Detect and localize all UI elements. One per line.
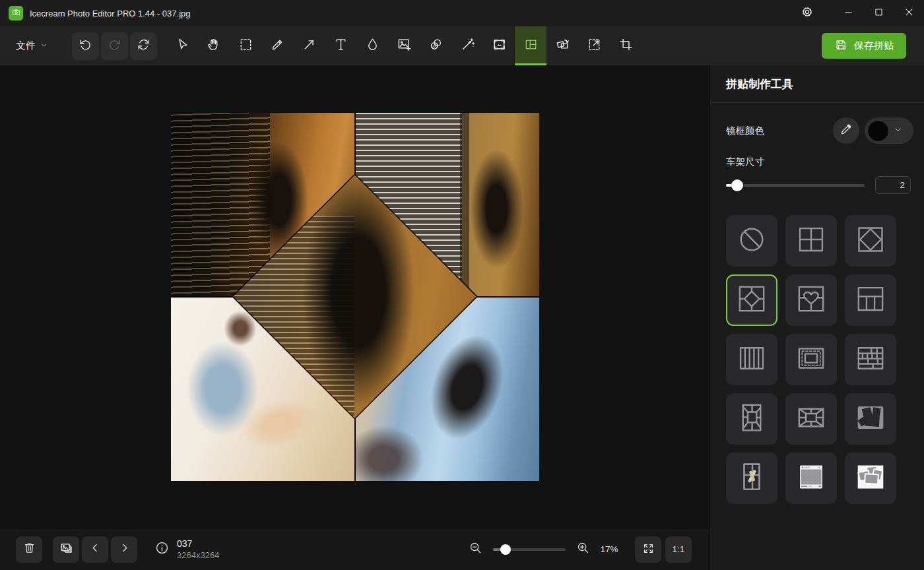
template-diamond-icon	[851, 220, 890, 261]
template-grid-2x2-icon	[792, 220, 830, 261]
zoom-out-icon	[469, 541, 482, 557]
maximize-button[interactable]	[863, 0, 894, 26]
close-icon	[904, 7, 915, 20]
template-top-three-columns-icon	[851, 280, 890, 321]
tool-add-image[interactable]	[388, 26, 420, 65]
template-heart-icon	[792, 280, 830, 321]
tool-wand[interactable]	[451, 26, 483, 65]
reset-button[interactable]	[130, 32, 157, 60]
tool-frame[interactable]	[483, 26, 515, 65]
tool-text[interactable]	[325, 26, 356, 65]
template-grid-2x2[interactable]	[785, 215, 837, 267]
wand-icon	[460, 37, 475, 55]
tool-crop[interactable]	[610, 26, 642, 65]
file-name: 037	[177, 538, 219, 549]
minimize-icon	[843, 7, 854, 20]
status-bar: 037 3264x3264 17% 1:1	[0, 528, 710, 570]
tool-collage-selected[interactable]	[515, 26, 546, 65]
zoom-slider-thumb[interactable]	[500, 544, 511, 555]
template-polaroid-stack[interactable]	[845, 453, 896, 504]
file-menu[interactable]: 文件	[0, 26, 57, 65]
crop-icon	[618, 37, 634, 55]
frame-icon	[492, 37, 507, 55]
fullscreen-icon	[642, 542, 655, 557]
template-diamond-center[interactable]	[726, 274, 777, 326]
template-filmstrip[interactable]	[785, 334, 837, 385]
previous-image-button[interactable]	[82, 536, 108, 563]
pencil-icon	[270, 37, 285, 55]
tool-arrow[interactable]	[293, 26, 325, 65]
gallery-button[interactable]	[53, 536, 79, 563]
template-diamond-center-icon	[733, 280, 771, 321]
arrow-icon	[302, 37, 317, 55]
next-image-button[interactable]	[111, 536, 137, 563]
redo-button	[101, 32, 128, 60]
template-scattered-photos[interactable]	[845, 393, 896, 445]
undo-button[interactable]	[72, 32, 99, 60]
template-none[interactable]	[726, 215, 777, 267]
template-social-post-frame[interactable]	[785, 453, 837, 504]
resize-icon	[587, 37, 602, 55]
frame-size-slider[interactable]	[726, 179, 865, 191]
template-bricks[interactable]	[845, 334, 896, 385]
zoom-percentage: 17%	[598, 544, 620, 554]
template-shattered-frame-icon	[733, 398, 771, 439]
tool-hand[interactable]	[198, 26, 230, 65]
collage-canvas[interactable]	[171, 113, 539, 481]
template-grid	[726, 215, 924, 504]
window-title: Icecream Photo Editor PRO 1.44 - 037.jpg	[30, 9, 191, 18]
template-social-post-frame-icon	[792, 458, 830, 499]
image-info-button[interactable]	[154, 540, 170, 558]
template-heart[interactable]	[785, 274, 837, 326]
tool-filters[interactable]	[420, 26, 451, 65]
template-vertical-stripes[interactable]	[726, 334, 777, 385]
frame-size-slider-track[interactable]	[726, 184, 865, 187]
tool-droplet[interactable]	[356, 26, 388, 65]
settings-button[interactable]	[792, 0, 822, 26]
actual-size-button[interactable]: 1:1	[665, 536, 692, 563]
template-perspective-frame-icon	[792, 398, 830, 439]
template-perspective-frame[interactable]	[785, 393, 837, 445]
droplet-icon	[365, 37, 380, 55]
template-window-cross[interactable]	[726, 453, 777, 504]
eyedropper-button[interactable]	[833, 117, 859, 144]
rotate-icon	[555, 37, 570, 55]
minimize-button[interactable]	[833, 0, 863, 26]
zoom-slider[interactable]	[493, 544, 566, 555]
template-none-icon	[733, 220, 771, 261]
collage-tool-panel: 拼贴制作工具 镜框颜色 车架尺寸 2	[710, 65, 924, 570]
delete-image-button[interactable]	[16, 536, 42, 563]
fit-to-screen-button[interactable]	[635, 536, 661, 563]
add-image-icon	[397, 37, 412, 55]
zoom-out-button[interactable]	[469, 541, 482, 557]
tool-pointer[interactable]	[166, 26, 198, 65]
template-bricks-icon	[851, 339, 890, 380]
tool-rotate[interactable]	[546, 26, 578, 65]
template-diamond[interactable]	[845, 215, 896, 267]
app-window: Icecream Photo Editor PRO 1.44 - 037.jpg…	[0, 0, 924, 570]
template-top-three-columns[interactable]	[845, 274, 896, 326]
zoom-in-button[interactable]	[576, 541, 590, 557]
tool-select[interactable]	[230, 26, 261, 65]
frame-color-picker[interactable]	[865, 117, 913, 144]
template-shattered-frame[interactable]	[726, 393, 777, 445]
frame-color-row: 镜框颜色	[710, 117, 924, 144]
template-polaroid-stack-icon	[851, 458, 890, 499]
tool-resize[interactable]	[578, 26, 610, 65]
file-info: 037 3264x3264	[177, 538, 219, 560]
tool-pencil[interactable]	[261, 26, 293, 65]
save-collage-button[interactable]: 保存拼贴	[822, 33, 906, 59]
toolbar: 文件 保存拼贴	[0, 26, 924, 65]
frame-size-slider-thumb[interactable]	[731, 179, 743, 191]
template-vertical-stripes-icon	[733, 339, 771, 380]
reset-icon	[137, 38, 150, 54]
hand-icon	[207, 37, 222, 55]
frame-size-value[interactable]: 2	[875, 176, 911, 194]
canvas-area[interactable]	[0, 65, 710, 528]
close-button[interactable]	[894, 0, 924, 26]
chevron-right-icon	[117, 541, 131, 557]
figure-silhouette	[462, 138, 532, 296]
chevron-left-icon	[88, 541, 102, 557]
frame-color-swatch[interactable]	[867, 120, 889, 142]
file-dimensions: 3264x3264	[177, 550, 219, 560]
